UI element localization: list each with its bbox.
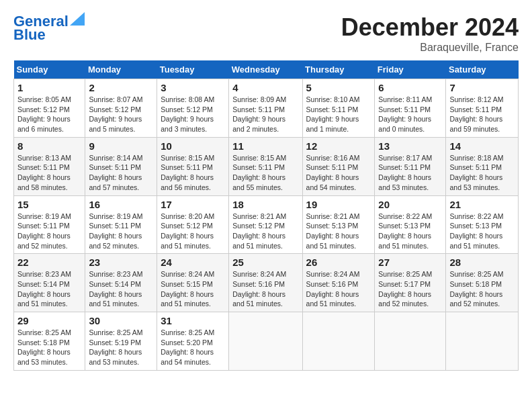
calendar-cell <box>229 312 302 371</box>
day-header-sunday: Sunday <box>14 60 85 79</box>
day-info: Sunrise: 8:16 AM Sunset: 5:11 PM Dayligh… <box>306 153 371 193</box>
day-info: Sunrise: 8:12 AM Sunset: 5:11 PM Dayligh… <box>449 95 515 134</box>
day-number: 7 <box>449 82 515 93</box>
calendar-cell: 6 Sunrise: 8:11 AM Sunset: 5:11 PM Dayli… <box>375 79 446 138</box>
day-number: 19 <box>306 199 371 210</box>
day-info: Sunrise: 8:23 AM Sunset: 5:14 PM Dayligh… <box>17 269 81 309</box>
calendar-cell <box>446 312 519 371</box>
day-header-tuesday: Tuesday <box>157 60 229 79</box>
calendar-cell: 3 Sunrise: 8:08 AM Sunset: 5:12 PM Dayli… <box>157 79 229 138</box>
day-number: 1 <box>17 82 81 93</box>
day-number: 31 <box>161 315 225 326</box>
svg-marker-0 <box>70 12 85 26</box>
day-info: Sunrise: 8:22 AM Sunset: 5:13 PM Dayligh… <box>378 212 442 251</box>
day-number: 17 <box>161 199 225 210</box>
day-info: Sunrise: 8:25 AM Sunset: 5:19 PM Dayligh… <box>89 328 153 367</box>
day-info: Sunrise: 8:23 AM Sunset: 5:14 PM Dayligh… <box>89 269 153 309</box>
calendar-cell: 26 Sunrise: 8:24 AM Sunset: 5:16 PM Dayl… <box>302 254 375 312</box>
day-info: Sunrise: 8:13 AM Sunset: 5:11 PM Dayligh… <box>17 153 81 193</box>
calendar-week-row: 22 Sunrise: 8:23 AM Sunset: 5:14 PM Dayl… <box>14 254 519 312</box>
day-number: 2 <box>89 82 153 93</box>
month-title: December 2024 <box>341 13 519 42</box>
calendar-cell: 7 Sunrise: 8:12 AM Sunset: 5:11 PM Dayli… <box>446 79 519 138</box>
day-info: Sunrise: 8:19 AM Sunset: 5:11 PM Dayligh… <box>17 212 81 251</box>
calendar-cell: 15 Sunrise: 8:19 AM Sunset: 5:11 PM Dayl… <box>14 195 85 254</box>
calendar-week-row: 15 Sunrise: 8:19 AM Sunset: 5:11 PM Dayl… <box>14 195 519 254</box>
day-number: 20 <box>378 199 442 210</box>
calendar-header-row: SundayMondayTuesdayWednesdayThursdayFrid… <box>14 60 519 79</box>
calendar-cell: 19 Sunrise: 8:21 AM Sunset: 5:13 PM Dayl… <box>302 195 375 254</box>
day-header-wednesday: Wednesday <box>229 60 302 79</box>
day-number: 16 <box>89 199 153 210</box>
day-info: Sunrise: 8:21 AM Sunset: 5:13 PM Dayligh… <box>306 212 371 251</box>
calendar-cell: 23 Sunrise: 8:23 AM Sunset: 5:14 PM Dayl… <box>85 254 157 312</box>
day-info: Sunrise: 8:09 AM Sunset: 5:11 PM Dayligh… <box>232 95 298 134</box>
location: Baraqueville, France <box>341 42 519 54</box>
calendar-cell: 14 Sunrise: 8:18 AM Sunset: 5:11 PM Dayl… <box>446 137 519 195</box>
day-number: 15 <box>17 199 81 210</box>
day-info: Sunrise: 8:22 AM Sunset: 5:13 PM Dayligh… <box>449 212 515 251</box>
day-info: Sunrise: 8:08 AM Sunset: 5:12 PM Dayligh… <box>161 95 225 134</box>
calendar-cell: 22 Sunrise: 8:23 AM Sunset: 5:14 PM Dayl… <box>14 254 85 312</box>
day-info: Sunrise: 8:24 AM Sunset: 5:15 PM Dayligh… <box>161 269 225 309</box>
day-info: Sunrise: 8:25 AM Sunset: 5:17 PM Dayligh… <box>378 269 442 309</box>
calendar-cell: 12 Sunrise: 8:16 AM Sunset: 5:11 PM Dayl… <box>302 137 375 195</box>
day-header-saturday: Saturday <box>446 60 519 79</box>
day-info: Sunrise: 8:25 AM Sunset: 5:18 PM Dayligh… <box>449 269 515 309</box>
day-number: 28 <box>449 257 515 268</box>
title-block: December 2024 Baraqueville, France <box>341 13 519 54</box>
day-info: Sunrise: 8:11 AM Sunset: 5:11 PM Dayligh… <box>378 95 442 134</box>
day-number: 13 <box>378 140 442 152</box>
day-number: 5 <box>306 82 371 93</box>
calendar-cell: 28 Sunrise: 8:25 AM Sunset: 5:18 PM Dayl… <box>446 254 519 312</box>
day-number: 27 <box>378 257 442 268</box>
calendar-cell <box>375 312 446 371</box>
day-info: Sunrise: 8:24 AM Sunset: 5:16 PM Dayligh… <box>232 269 298 309</box>
calendar-cell: 27 Sunrise: 8:25 AM Sunset: 5:17 PM Dayl… <box>375 254 446 312</box>
day-info: Sunrise: 8:07 AM Sunset: 5:12 PM Dayligh… <box>89 95 153 134</box>
day-info: Sunrise: 8:20 AM Sunset: 5:12 PM Dayligh… <box>161 212 225 251</box>
calendar-cell: 8 Sunrise: 8:13 AM Sunset: 5:11 PM Dayli… <box>14 137 85 195</box>
calendar-cell: 9 Sunrise: 8:14 AM Sunset: 5:11 PM Dayli… <box>85 137 157 195</box>
calendar-week-row: 1 Sunrise: 8:05 AM Sunset: 5:12 PM Dayli… <box>14 79 519 138</box>
calendar-cell: 17 Sunrise: 8:20 AM Sunset: 5:12 PM Dayl… <box>157 195 229 254</box>
day-info: Sunrise: 8:24 AM Sunset: 5:16 PM Dayligh… <box>306 269 371 309</box>
day-number: 12 <box>306 140 371 152</box>
day-number: 29 <box>17 315 81 326</box>
calendar-cell: 13 Sunrise: 8:17 AM Sunset: 5:11 PM Dayl… <box>375 137 446 195</box>
calendar-cell <box>302 312 375 371</box>
calendar-cell: 11 Sunrise: 8:15 AM Sunset: 5:11 PM Dayl… <box>229 137 302 195</box>
day-info: Sunrise: 8:19 AM Sunset: 5:11 PM Dayligh… <box>89 212 153 251</box>
day-number: 25 <box>232 257 298 268</box>
calendar-cell: 29 Sunrise: 8:25 AM Sunset: 5:18 PM Dayl… <box>14 312 85 371</box>
calendar-cell: 2 Sunrise: 8:07 AM Sunset: 5:12 PM Dayli… <box>85 79 157 138</box>
day-number: 26 <box>306 257 371 268</box>
day-number: 24 <box>161 257 225 268</box>
day-header-thursday: Thursday <box>302 60 375 79</box>
day-info: Sunrise: 8:25 AM Sunset: 5:18 PM Dayligh… <box>17 328 81 367</box>
calendar-cell: 31 Sunrise: 8:25 AM Sunset: 5:20 PM Dayl… <box>157 312 229 371</box>
calendar-cell: 20 Sunrise: 8:22 AM Sunset: 5:13 PM Dayl… <box>375 195 446 254</box>
day-info: Sunrise: 8:25 AM Sunset: 5:20 PM Dayligh… <box>161 328 225 367</box>
day-info: Sunrise: 8:21 AM Sunset: 5:12 PM Dayligh… <box>232 212 298 251</box>
calendar-cell: 16 Sunrise: 8:19 AM Sunset: 5:11 PM Dayl… <box>85 195 157 254</box>
day-number: 22 <box>17 257 81 268</box>
day-number: 8 <box>17 140 81 152</box>
day-info: Sunrise: 8:17 AM Sunset: 5:11 PM Dayligh… <box>378 153 442 193</box>
calendar-cell: 10 Sunrise: 8:15 AM Sunset: 5:11 PM Dayl… <box>157 137 229 195</box>
day-number: 18 <box>232 199 298 210</box>
calendar-cell: 18 Sunrise: 8:21 AM Sunset: 5:12 PM Dayl… <box>229 195 302 254</box>
day-number: 30 <box>89 315 153 326</box>
day-info: Sunrise: 8:15 AM Sunset: 5:11 PM Dayligh… <box>232 153 298 193</box>
day-number: 14 <box>449 140 515 152</box>
day-info: Sunrise: 8:10 AM Sunset: 5:11 PM Dayligh… <box>306 95 371 134</box>
day-info: Sunrise: 8:15 AM Sunset: 5:11 PM Dayligh… <box>161 153 225 193</box>
logo: General Blue <box>13 13 85 43</box>
calendar-cell: 24 Sunrise: 8:24 AM Sunset: 5:15 PM Dayl… <box>157 254 229 312</box>
day-number: 21 <box>449 199 515 210</box>
logo-text-blue: Blue <box>13 27 46 43</box>
calendar-cell: 25 Sunrise: 8:24 AM Sunset: 5:16 PM Dayl… <box>229 254 302 312</box>
calendar-cell: 5 Sunrise: 8:10 AM Sunset: 5:11 PM Dayli… <box>302 79 375 138</box>
calendar-cell: 21 Sunrise: 8:22 AM Sunset: 5:13 PM Dayl… <box>446 195 519 254</box>
calendar-cell: 4 Sunrise: 8:09 AM Sunset: 5:11 PM Dayli… <box>229 79 302 138</box>
